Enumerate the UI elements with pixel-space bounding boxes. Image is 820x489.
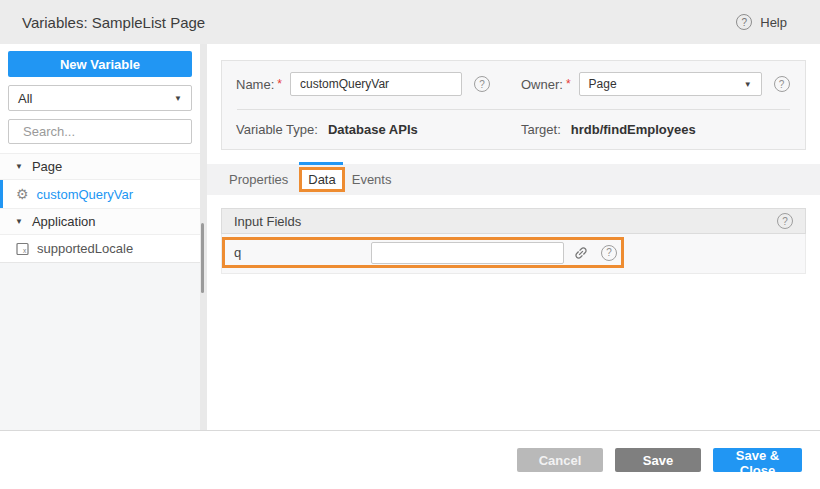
- tab-events[interactable]: Events: [352, 172, 392, 187]
- variable-detail-panel: Name: * ? Owner: * Page ▼ ?: [207, 44, 820, 430]
- help-link[interactable]: ? Help: [736, 14, 787, 30]
- owner-field-group: Owner: * Page ▼ ?: [521, 72, 790, 96]
- save-close-button[interactable]: Save & Close: [713, 448, 802, 472]
- save-button[interactable]: Save: [615, 448, 701, 472]
- owner-value: Page: [589, 77, 617, 91]
- name-help-icon[interactable]: ?: [474, 76, 490, 92]
- search-input[interactable]: [23, 124, 199, 139]
- tab-properties[interactable]: Properties: [229, 172, 288, 187]
- name-input[interactable]: [290, 72, 462, 96]
- active-tab-indicator: [299, 162, 342, 165]
- page-title: Variables: SampleList Page: [22, 14, 205, 31]
- name-label: Name:: [236, 77, 274, 92]
- owner-help-icon[interactable]: ?: [774, 76, 790, 92]
- field-name-label: q: [234, 245, 371, 260]
- caret-down-icon: ▼: [15, 217, 23, 226]
- tree-item-label: supportedLocale: [37, 241, 133, 256]
- tab-data-label: Data: [308, 172, 335, 187]
- caret-down-icon: ▼: [15, 162, 23, 171]
- target-value: hrdb/findEmployees: [571, 122, 696, 137]
- field-q-input[interactable]: [371, 242, 564, 264]
- variable-summary-panel: Name: * ? Owner: * Page ▼ ?: [221, 60, 806, 150]
- target-label: Target:: [521, 122, 561, 137]
- dialog-header: Variables: SampleList Page ? Help: [0, 0, 820, 44]
- type-target-row: Variable Type: Database APIs Target: hrd…: [236, 122, 791, 137]
- target-group: Target: hrdb/findEmployees: [521, 122, 696, 137]
- variables-sidebar: New Variable All ▼ ▼ Page ⚙ cu: [0, 44, 200, 430]
- input-fields-help-icon[interactable]: ?: [777, 213, 793, 229]
- tree-group-label: Application: [32, 214, 96, 229]
- dialog-footer: Cancel Save Save & Close: [0, 430, 820, 489]
- required-marker: *: [277, 77, 282, 91]
- chevron-down-icon: ▼: [174, 94, 182, 103]
- svg-text:x: x: [23, 246, 27, 253]
- variable-type-group: Variable Type: Database APIs: [236, 122, 521, 137]
- tree-group-page[interactable]: ▼ Page: [0, 153, 200, 179]
- input-fields-header: Input Fields ?: [221, 208, 806, 234]
- name-field-group: Name: * ?: [236, 72, 521, 96]
- owner-label: Owner:: [521, 77, 563, 92]
- input-field-row-q: q ?: [222, 237, 624, 268]
- dialog-body: New Variable All ▼ ▼ Page ⚙ cu: [0, 44, 820, 430]
- bind-link-icon[interactable]: [573, 245, 589, 261]
- gear-icon: ⚙: [16, 187, 29, 201]
- variable-filter-value: All: [18, 91, 32, 106]
- input-fields-title: Input Fields: [234, 214, 301, 229]
- tree-item-customqueryvar[interactable]: ⚙ customQueryVar: [0, 179, 200, 208]
- new-variable-button[interactable]: New Variable: [8, 51, 192, 77]
- panel-divider-line: [237, 109, 790, 110]
- help-icon: ?: [736, 14, 752, 30]
- locale-document-icon: x: [16, 242, 29, 256]
- panel-divider: [200, 44, 207, 430]
- detail-tabbar: Properties Data Events: [207, 164, 820, 195]
- variables-dialog: Variables: SampleList Page ? Help New Va…: [0, 0, 820, 489]
- tree-item-label: customQueryVar: [37, 187, 134, 202]
- owner-select[interactable]: Page ▼: [579, 72, 762, 96]
- help-label: Help: [760, 15, 787, 30]
- tree-group-label: Page: [32, 159, 62, 174]
- field-help-icon[interactable]: ?: [601, 245, 617, 261]
- cancel-button[interactable]: Cancel: [517, 448, 603, 472]
- input-fields-body: q ?: [221, 234, 806, 274]
- scrollbar-thumb[interactable]: [201, 223, 204, 293]
- chevron-down-icon: ▼: [744, 80, 752, 89]
- variable-filter-select[interactable]: All ▼: [8, 85, 192, 111]
- search-box[interactable]: [8, 119, 192, 144]
- variable-type-value: Database APIs: [328, 122, 418, 137]
- tree-item-supportedlocale[interactable]: x supportedLocale: [0, 234, 200, 263]
- variables-tree: ▼ Page ⚙ customQueryVar ▼ Application x: [0, 153, 200, 263]
- sidebar-empty-area: [0, 263, 200, 430]
- required-marker: *: [566, 77, 571, 91]
- tree-group-application[interactable]: ▼ Application: [0, 208, 200, 234]
- tab-data[interactable]: Data: [299, 167, 344, 192]
- input-fields-section: Input Fields ? q ?: [221, 208, 806, 274]
- name-owner-row: Name: * ? Owner: * Page ▼ ?: [236, 72, 791, 96]
- variable-type-label: Variable Type:: [236, 122, 318, 137]
